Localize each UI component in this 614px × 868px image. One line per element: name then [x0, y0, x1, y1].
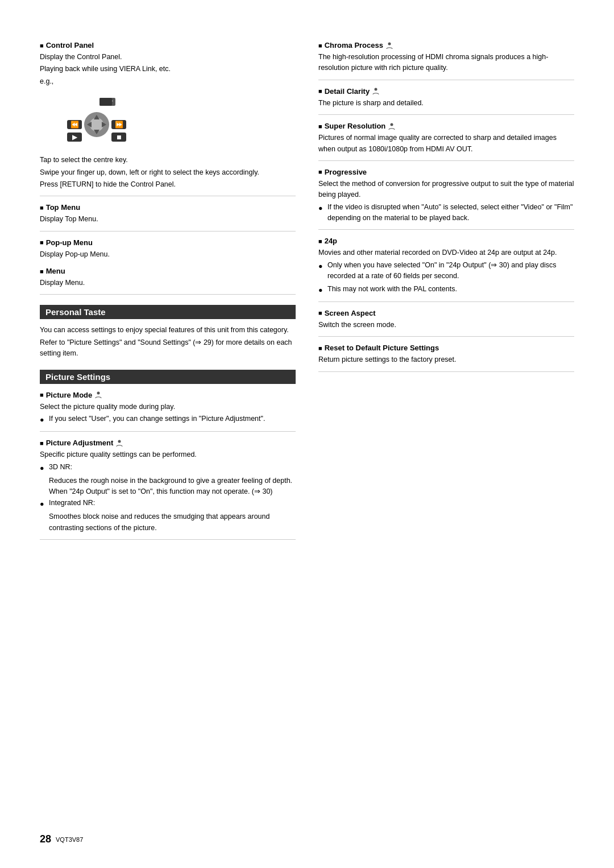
personal-taste-text1: You can access settings to enjoy special… — [40, 325, 296, 336]
3dnr-text2: When "24p Output" is set to "On", this f… — [49, 486, 296, 497]
control-panel-heading: Control Panel — [40, 41, 296, 49]
top-menu-heading: Top Menu — [40, 203, 296, 212]
reset-section: Reset to Default Picture Settings Return… — [318, 344, 574, 365]
screen-aspect-heading: Screen Aspect — [318, 309, 574, 317]
24p-bullet2: ● This may not work with the PAL content… — [318, 284, 574, 296]
popup-menu-section: Pop-up Menu Display Pop-up Menu. — [40, 238, 296, 260]
super-resolution-icon — [388, 122, 396, 130]
picture-mode-icon — [94, 391, 102, 399]
page: Control Panel Display the Control Panel.… — [0, 0, 614, 868]
personal-taste-text2: Refer to "Picture Settings" and "Sound S… — [40, 337, 296, 359]
chroma-process-section: Chroma Process The high-resolution proce… — [318, 41, 574, 74]
screen-aspect-text: Switch the screen mode. — [318, 320, 574, 330]
control-panel-line3: e.g., — [40, 76, 296, 87]
control-panel-section: Control Panel Display the Control Panel.… — [40, 41, 296, 190]
svg-point-5 — [90, 118, 103, 131]
super-resolution-text: Pictures of normal image quality are cor… — [318, 133, 574, 155]
divider-r5 — [318, 301, 574, 302]
control-panel-line2: Playing back while using VIERA Link, etc… — [40, 64, 296, 75]
reset-text: Return picture settings to the factory p… — [318, 354, 574, 365]
24p-heading: 24p — [318, 237, 574, 245]
chroma-process-text: The high-resolution processing of HDMI c… — [318, 52, 574, 74]
bullet-dot: ● — [318, 285, 324, 296]
page-number: 28 — [40, 833, 51, 845]
picture-adjustment-heading: Picture Adjustment — [40, 439, 296, 447]
3dnr-text1: Reduces the rough noise in the backgroun… — [49, 476, 296, 486]
chroma-process-heading: Chroma Process — [318, 41, 574, 49]
picture-mode-heading: Picture Mode — [40, 391, 296, 399]
svg-point-22 — [391, 123, 393, 126]
screen-aspect-section: Screen Aspect Switch the screen mode. — [318, 309, 574, 330]
bullet-dot: ● — [318, 203, 324, 214]
control-panel-swipe: Swipe your finger up, down, left or righ… — [40, 167, 296, 178]
inr-text: Smoothes block noise and reduces the smu… — [49, 511, 296, 534]
picture-adjustment-section: Picture Adjustment Specific picture qual… — [40, 439, 296, 534]
divider-4 — [40, 431, 296, 432]
picture-mode-section: Picture Mode Select the picture quality … — [40, 391, 296, 426]
page-code: VQT3V87 — [56, 836, 83, 843]
picture-adjustment-icon — [115, 439, 123, 447]
popup-menu-heading: Pop-up Menu — [40, 238, 296, 247]
bullet-dot: ● — [40, 415, 45, 425]
left-column: Control Panel Display the Control Panel.… — [40, 34, 296, 545]
24p-bullet1: ● Only when you have selected "On" in "2… — [318, 260, 574, 282]
progressive-heading: Progressive — [318, 168, 574, 176]
divider-r6 — [318, 336, 574, 337]
menu-text: Display Menu. — [40, 278, 296, 288]
divider-r2 — [318, 114, 574, 115]
picture-mode-text: Select the picture quality mode during p… — [40, 402, 296, 412]
footer: 28 VQT3V87 — [40, 833, 83, 845]
3dnr-bullet: ● 3D NR: — [40, 462, 296, 474]
bullet-dot: ● — [40, 463, 45, 474]
divider-5 — [40, 539, 296, 540]
divider-3 — [40, 294, 296, 295]
progressive-bullet: ● If the video is disrupted when "Auto" … — [318, 202, 574, 224]
super-resolution-section: Super Resolution Pictures of normal imag… — [318, 122, 574, 155]
control-panel-press: Press [RETURN] to hide the Control Panel… — [40, 179, 296, 190]
divider-r1 — [318, 80, 574, 80]
personal-taste-heading: Personal Taste — [40, 305, 296, 319]
detail-clarity-heading: Detail Clarity — [318, 87, 574, 96]
divider-1 — [40, 196, 296, 196]
svg-text:⏪: ⏪ — [70, 120, 79, 129]
top-menu-section: Top Menu Display Top Menu. — [40, 203, 296, 225]
inr-bullet: ● Integrated NR: — [40, 498, 296, 510]
reset-heading: Reset to Default Picture Settings — [318, 344, 574, 352]
progressive-section: Progressive Select the method of convers… — [318, 168, 574, 224]
detail-clarity-section: Detail Clarity The picture is sharp and … — [318, 87, 574, 109]
bullet-dot: ● — [40, 499, 45, 510]
divider-r4 — [318, 229, 574, 230]
control-panel-line1: Display the Control Panel. — [40, 52, 296, 63]
picture-adj-text: Specific picture quality settings can be… — [40, 449, 296, 460]
divider-2 — [40, 231, 296, 232]
24p-section: 24p Movies and other material recorded o… — [318, 237, 574, 296]
super-resolution-heading: Super Resolution — [318, 122, 574, 130]
detail-clarity-icon — [372, 87, 380, 95]
chroma-process-icon — [385, 42, 393, 49]
main-content: Control Panel Display the Control Panel.… — [40, 34, 574, 545]
svg-point-18 — [97, 392, 100, 395]
progressive-text: Select the method of conversion for prog… — [318, 179, 574, 201]
menu-heading: Menu — [40, 267, 296, 275]
divider-r3 — [318, 160, 574, 161]
svg-point-19 — [118, 440, 121, 443]
top-menu-text: Display Top Menu. — [40, 214, 296, 225]
picture-mode-bullet: ● If you select "User", you can change s… — [40, 414, 296, 425]
24p-text: Movies and other material recorded on DV… — [318, 247, 574, 258]
control-panel-tap: Tap to select the centre key. — [40, 155, 296, 166]
svg-text:⏩: ⏩ — [115, 120, 123, 129]
control-panel-diagram: EXIT ⏸ — [51, 95, 142, 148]
menu-section: Menu Display Menu. — [40, 267, 296, 288]
popup-menu-text: Display Pop-up Menu. — [40, 249, 296, 260]
picture-settings-heading: Picture Settings — [40, 370, 296, 384]
detail-clarity-text: The picture is sharp and detailed. — [318, 98, 574, 109]
right-column: Chroma Process The high-resolution proce… — [318, 34, 574, 545]
divider-r7 — [318, 371, 574, 372]
bullet-dot: ● — [318, 261, 324, 272]
svg-text:⏸: ⏸ — [88, 99, 94, 105]
svg-point-20 — [388, 42, 391, 45]
svg-rect-2 — [99, 98, 112, 106]
svg-text:⏹: ⏹ — [116, 134, 122, 140]
svg-text:▶: ▶ — [72, 133, 78, 141]
svg-point-21 — [375, 88, 377, 91]
